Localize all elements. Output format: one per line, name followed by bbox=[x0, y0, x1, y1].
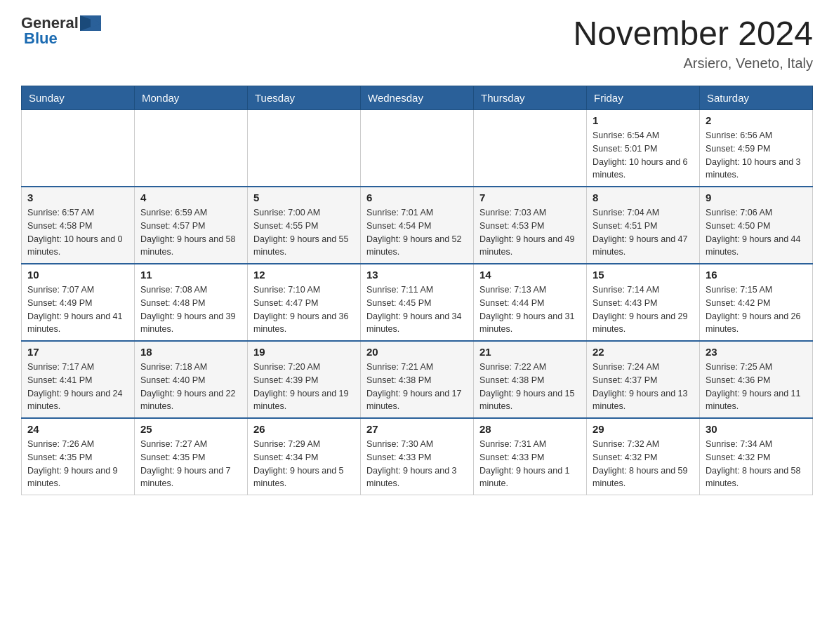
day-number: 6 bbox=[366, 192, 468, 203]
calendar-cell: 12Sunrise: 7:10 AMSunset: 4:47 PMDayligh… bbox=[248, 264, 361, 341]
weekday-header-saturday: Saturday bbox=[700, 86, 813, 110]
calendar-cell: 10Sunrise: 7:07 AMSunset: 4:49 PMDayligh… bbox=[22, 264, 135, 341]
sun-info: Sunrise: 7:13 AMSunset: 4:44 PMDaylight:… bbox=[479, 283, 581, 336]
day-number: 18 bbox=[140, 346, 241, 358]
calendar-cell bbox=[361, 110, 474, 187]
day-number: 9 bbox=[706, 192, 807, 203]
sun-info: Sunrise: 6:56 AMSunset: 4:59 PMDaylight:… bbox=[706, 129, 807, 182]
day-number: 30 bbox=[706, 423, 807, 435]
day-number: 16 bbox=[706, 269, 807, 281]
calendar-cell: 4Sunrise: 6:59 AMSunset: 4:57 PMDaylight… bbox=[135, 187, 248, 264]
month-title: November 2024 bbox=[573, 14, 813, 53]
sun-info: Sunrise: 7:30 AMSunset: 4:33 PMDaylight:… bbox=[366, 438, 468, 490]
day-number: 17 bbox=[27, 346, 128, 358]
calendar-cell: 14Sunrise: 7:13 AMSunset: 4:44 PMDayligh… bbox=[474, 264, 587, 341]
day-number: 19 bbox=[253, 346, 355, 358]
calendar-cell: 24Sunrise: 7:26 AMSunset: 4:35 PMDayligh… bbox=[22, 418, 135, 495]
calendar-week-row: 17Sunrise: 7:17 AMSunset: 4:41 PMDayligh… bbox=[22, 341, 813, 418]
sun-info: Sunrise: 7:07 AMSunset: 4:49 PMDaylight:… bbox=[27, 283, 128, 336]
day-number: 10 bbox=[27, 269, 128, 281]
calendar-cell: 26Sunrise: 7:29 AMSunset: 4:34 PMDayligh… bbox=[248, 418, 361, 495]
weekday-header-tuesday: Tuesday bbox=[248, 86, 361, 110]
calendar-table: SundayMondayTuesdayWednesdayThursdayFrid… bbox=[21, 86, 813, 495]
calendar-cell: 25Sunrise: 7:27 AMSunset: 4:35 PMDayligh… bbox=[135, 418, 248, 495]
calendar-cell bbox=[474, 110, 587, 187]
calendar-cell: 11Sunrise: 7:08 AMSunset: 4:48 PMDayligh… bbox=[135, 264, 248, 341]
calendar-cell: 13Sunrise: 7:11 AMSunset: 4:45 PMDayligh… bbox=[361, 264, 474, 341]
day-number: 23 bbox=[706, 346, 807, 358]
sun-info: Sunrise: 7:06 AMSunset: 4:50 PMDaylight:… bbox=[706, 206, 807, 259]
day-number: 27 bbox=[366, 423, 468, 435]
sun-info: Sunrise: 7:34 AMSunset: 4:32 PMDaylight:… bbox=[706, 438, 807, 490]
day-number: 3 bbox=[27, 192, 128, 203]
sun-info: Sunrise: 7:04 AMSunset: 4:51 PMDaylight:… bbox=[593, 206, 694, 259]
logo: General Blue bbox=[21, 14, 102, 48]
logo-blue-text: Blue bbox=[24, 29, 58, 48]
day-number: 2 bbox=[706, 114, 807, 126]
calendar-cell: 16Sunrise: 7:15 AMSunset: 4:42 PMDayligh… bbox=[700, 264, 813, 341]
calendar-cell bbox=[135, 110, 248, 187]
calendar-cell: 23Sunrise: 7:25 AMSunset: 4:36 PMDayligh… bbox=[700, 341, 813, 418]
sun-info: Sunrise: 7:24 AMSunset: 4:37 PMDaylight:… bbox=[593, 361, 694, 413]
sun-info: Sunrise: 7:08 AMSunset: 4:48 PMDaylight:… bbox=[140, 283, 241, 336]
day-number: 20 bbox=[366, 346, 468, 358]
weekday-header-thursday: Thursday bbox=[474, 86, 587, 110]
calendar-cell: 7Sunrise: 7:03 AMSunset: 4:53 PMDaylight… bbox=[474, 187, 587, 264]
day-number: 7 bbox=[479, 192, 581, 203]
sun-info: Sunrise: 7:22 AMSunset: 4:38 PMDaylight:… bbox=[479, 361, 581, 413]
sun-info: Sunrise: 7:10 AMSunset: 4:47 PMDaylight:… bbox=[253, 283, 355, 336]
calendar-cell: 21Sunrise: 7:22 AMSunset: 4:38 PMDayligh… bbox=[474, 341, 587, 418]
calendar-cell: 19Sunrise: 7:20 AMSunset: 4:39 PMDayligh… bbox=[248, 341, 361, 418]
day-number: 24 bbox=[27, 423, 128, 435]
calendar-cell: 22Sunrise: 7:24 AMSunset: 4:37 PMDayligh… bbox=[587, 341, 700, 418]
calendar-cell: 17Sunrise: 7:17 AMSunset: 4:41 PMDayligh… bbox=[22, 341, 135, 418]
location-text: Arsiero, Veneto, Italy bbox=[573, 55, 813, 72]
day-number: 14 bbox=[479, 269, 581, 281]
calendar-cell: 6Sunrise: 7:01 AMSunset: 4:54 PMDaylight… bbox=[361, 187, 474, 264]
logo-flag-icon bbox=[80, 15, 101, 31]
sun-info: Sunrise: 7:15 AMSunset: 4:42 PMDaylight:… bbox=[706, 283, 807, 336]
day-number: 4 bbox=[140, 192, 241, 203]
calendar-cell: 30Sunrise: 7:34 AMSunset: 4:32 PMDayligh… bbox=[700, 418, 813, 495]
calendar-cell: 2Sunrise: 6:56 AMSunset: 4:59 PMDaylight… bbox=[700, 110, 813, 187]
calendar-cell: 20Sunrise: 7:21 AMSunset: 4:38 PMDayligh… bbox=[361, 341, 474, 418]
calendar-cell: 5Sunrise: 7:00 AMSunset: 4:55 PMDaylight… bbox=[248, 187, 361, 264]
day-number: 26 bbox=[253, 423, 355, 435]
calendar-week-row: 24Sunrise: 7:26 AMSunset: 4:35 PMDayligh… bbox=[22, 418, 813, 495]
title-block: November 2024 Arsiero, Veneto, Italy bbox=[573, 14, 813, 72]
day-number: 8 bbox=[593, 192, 694, 203]
day-number: 13 bbox=[366, 269, 468, 281]
weekday-header-monday: Monday bbox=[135, 86, 248, 110]
day-number: 12 bbox=[253, 269, 355, 281]
sun-info: Sunrise: 6:59 AMSunset: 4:57 PMDaylight:… bbox=[140, 206, 241, 259]
sun-info: Sunrise: 7:11 AMSunset: 4:45 PMDaylight:… bbox=[366, 283, 468, 336]
sun-info: Sunrise: 7:21 AMSunset: 4:38 PMDaylight:… bbox=[366, 361, 468, 413]
calendar-week-row: 1Sunrise: 6:54 AMSunset: 5:01 PMDaylight… bbox=[22, 110, 813, 187]
sun-info: Sunrise: 7:03 AMSunset: 4:53 PMDaylight:… bbox=[479, 206, 581, 259]
calendar-cell: 1Sunrise: 6:54 AMSunset: 5:01 PMDaylight… bbox=[587, 110, 700, 187]
sun-info: Sunrise: 6:54 AMSunset: 5:01 PMDaylight:… bbox=[593, 129, 694, 182]
calendar-cell: 9Sunrise: 7:06 AMSunset: 4:50 PMDaylight… bbox=[700, 187, 813, 264]
sun-info: Sunrise: 7:31 AMSunset: 4:33 PMDaylight:… bbox=[479, 438, 581, 490]
sun-info: Sunrise: 7:14 AMSunset: 4:43 PMDaylight:… bbox=[593, 283, 694, 336]
weekday-header-friday: Friday bbox=[587, 86, 700, 110]
day-number: 28 bbox=[479, 423, 581, 435]
weekday-header-row: SundayMondayTuesdayWednesdayThursdayFrid… bbox=[22, 86, 813, 110]
sun-info: Sunrise: 7:01 AMSunset: 4:54 PMDaylight:… bbox=[366, 206, 468, 259]
calendar-cell: 28Sunrise: 7:31 AMSunset: 4:33 PMDayligh… bbox=[474, 418, 587, 495]
calendar-cell: 29Sunrise: 7:32 AMSunset: 4:32 PMDayligh… bbox=[587, 418, 700, 495]
sun-info: Sunrise: 7:17 AMSunset: 4:41 PMDaylight:… bbox=[27, 361, 128, 413]
weekday-header-wednesday: Wednesday bbox=[361, 86, 474, 110]
calendar-week-row: 10Sunrise: 7:07 AMSunset: 4:49 PMDayligh… bbox=[22, 264, 813, 341]
sun-info: Sunrise: 7:27 AMSunset: 4:35 PMDaylight:… bbox=[140, 438, 241, 490]
day-number: 25 bbox=[140, 423, 241, 435]
calendar-cell: 27Sunrise: 7:30 AMSunset: 4:33 PMDayligh… bbox=[361, 418, 474, 495]
day-number: 5 bbox=[253, 192, 355, 203]
calendar-cell: 18Sunrise: 7:18 AMSunset: 4:40 PMDayligh… bbox=[135, 341, 248, 418]
calendar-cell: 8Sunrise: 7:04 AMSunset: 4:51 PMDaylight… bbox=[587, 187, 700, 264]
day-number: 1 bbox=[593, 114, 694, 126]
page-header: General Blue November 2024 Arsiero, Vene… bbox=[21, 14, 813, 72]
calendar-week-row: 3Sunrise: 6:57 AMSunset: 4:58 PMDaylight… bbox=[22, 187, 813, 264]
day-number: 15 bbox=[593, 269, 694, 281]
sun-info: Sunrise: 7:20 AMSunset: 4:39 PMDaylight:… bbox=[253, 361, 355, 413]
